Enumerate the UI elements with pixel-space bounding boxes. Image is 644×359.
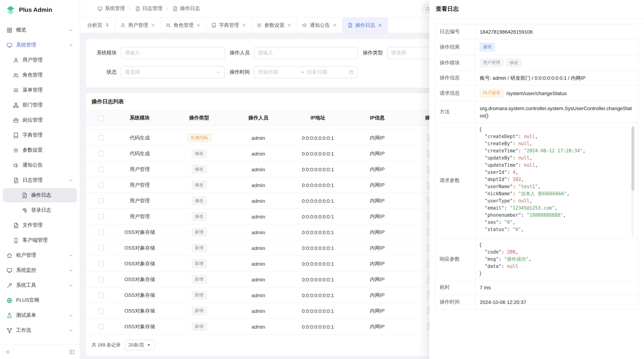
sidebar-item-system[interactable]: 系统管理	[3, 38, 77, 52]
tab-dict[interactable]: 字典管理	[206, 17, 252, 33]
sidebar-item-file[interactable]: 文件管理	[3, 218, 77, 232]
breadcrumb-item[interactable]: 日志管理	[135, 5, 162, 12]
drawer-row-value: PUT请求/system/user/changeStatus	[476, 85, 638, 101]
row-checkbox[interactable]	[98, 151, 104, 156]
tab-notice[interactable]: 通知公告	[297, 17, 342, 33]
row-checkbox[interactable]	[98, 293, 104, 298]
sidebar-item-log[interactable]: 日志管理	[3, 173, 77, 187]
tab-config[interactable]: 参数设置	[252, 17, 297, 33]
filter-label: 操作时间	[225, 69, 254, 75]
scrollbar-thumb[interactable]	[632, 127, 634, 191]
sidebar-item-monitor[interactable]: 系统监控	[3, 263, 77, 278]
close-icon[interactable]	[196, 23, 201, 27]
sidebar-item-tenant[interactable]: 租户管理	[3, 248, 77, 263]
cell-ip: 0:0:0:0:0:0:0:1	[288, 151, 348, 156]
page-size-select[interactable]: 20条/页	[125, 340, 155, 351]
cell-ip-info: 内网IP	[348, 166, 406, 173]
log-detail-drawer: 查看日志 日志编号1842781986426159106操作结果成功操作模块用户…	[429, 0, 644, 359]
close-icon[interactable]	[150, 23, 155, 27]
cell-ip-info: 内网IP	[348, 245, 406, 251]
drawer-row-value: { "createDept": null, "createBy": null, …	[476, 123, 638, 238]
pin-icon[interactable]	[105, 23, 110, 28]
sidebar-item-demo[interactable]: 测试菜单	[3, 308, 77, 323]
chevron-up-icon	[69, 178, 73, 183]
sidebar-item-notice[interactable]: 通知公告	[3, 158, 77, 172]
app-logo[interactable]: Plus Admin	[0, 0, 80, 20]
sidebar-item-overview[interactable]: 概览	[3, 23, 77, 37]
sidebar-item-menu[interactable]: 菜单管理	[3, 83, 77, 97]
input-placeholder: 请输入	[258, 50, 354, 56]
close-icon[interactable]	[378, 23, 382, 27]
operator-input[interactable]: 请输入	[254, 47, 358, 59]
drawer-row-7: 响应参数{ "code": 200, "msg": "操作成功", "data"…	[436, 239, 638, 280]
chevron-down-icon	[69, 268, 73, 273]
drawer-row-value: 2024-10-06 12:20:37	[476, 295, 638, 309]
row-checkbox[interactable]	[98, 308, 104, 314]
close-icon[interactable]	[332, 23, 337, 27]
cell-module: OSS对象存储	[110, 276, 169, 283]
select-all-checkbox[interactable]	[98, 115, 104, 121]
time-daterange[interactable]: 开始日期结束日期	[254, 66, 358, 78]
status-select[interactable]: 请选择	[121, 66, 225, 78]
tab-operlog[interactable]: 操作日志	[342, 17, 388, 33]
drawer-row-6: 请求参数{ "createDept": null, "createBy": nu…	[436, 123, 638, 239]
breadcrumb-label: 系统管理	[105, 5, 125, 12]
collapse-sidebar-icon[interactable]	[5, 349, 10, 355]
sidebar-item-label: 操作日志	[31, 192, 73, 198]
sidebar-item-role[interactable]: 角色管理	[3, 68, 77, 82]
column-header: 操作类型	[169, 115, 229, 121]
breadcrumb-item[interactable]: 操作日志	[172, 5, 200, 12]
row-checkbox[interactable]	[98, 324, 104, 329]
drawer-row-label: 耗时	[436, 280, 476, 295]
filter-operator: 操作人员请输入	[225, 47, 358, 59]
log-descriptions: 日志编号1842781986426159106操作结果成功操作模块用户管理修改操…	[435, 24, 638, 310]
layout-toggle-icon[interactable]	[70, 349, 75, 355]
sidebar-item-post[interactable]: 岗位管理	[3, 113, 77, 127]
menu-toggle-icon[interactable]	[86, 5, 92, 12]
sidebar-item-label: 系统管理	[16, 42, 65, 48]
row-checkbox[interactable]	[98, 182, 104, 188]
close-icon[interactable]	[287, 23, 292, 27]
sidebar-item-label: 用户管理	[22, 57, 73, 63]
row-checkbox[interactable]	[98, 167, 104, 172]
sidebar-item-website[interactable]: PLUS官网	[3, 293, 77, 308]
cell-ip-info: 内网IP	[348, 182, 406, 188]
close-icon[interactable]	[242, 23, 246, 27]
sidebar-item-dict[interactable]: 字典管理	[3, 128, 77, 142]
drawer-body: 日志编号1842781986426159106操作结果成功操作模块用户管理修改操…	[429, 18, 644, 359]
chevron-up-icon	[69, 43, 73, 47]
sidebar-item-config[interactable]: 参数设置	[3, 143, 77, 157]
tab-role[interactable]: 角色管理	[161, 17, 206, 33]
scrollbar-track	[632, 126, 634, 235]
sidebar-item-client[interactable]: 客户端管理	[3, 233, 77, 247]
cell-operator: admin	[229, 182, 288, 188]
row-checkbox[interactable]	[98, 277, 104, 282]
breadcrumb-item[interactable]: 系统管理	[97, 5, 125, 12]
row-checkbox[interactable]	[98, 135, 104, 140]
sidebar-item-tool[interactable]: 系统工具	[3, 278, 77, 293]
row-checkbox[interactable]	[98, 245, 104, 251]
drawer-row-label: 操作结果	[436, 39, 476, 55]
drawer-row-value: 用户管理修改	[476, 55, 638, 70]
value-text: 7 ms	[480, 284, 491, 291]
row-checkbox[interactable]	[98, 198, 104, 203]
drawer-row-value: 7 ms	[476, 280, 638, 295]
row-checkbox[interactable]	[98, 214, 104, 219]
drawer-row-label: 响应参数	[436, 239, 476, 280]
sidebar-item-dept[interactable]: 部门管理	[3, 98, 77, 112]
drawer-row-value: 成功	[476, 39, 638, 55]
row-checkbox[interactable]	[98, 230, 104, 235]
cell-ip: 0:0:0:0:0:0:0:1	[288, 166, 348, 172]
sidebar-item-loginlog[interactable]: 登录日志	[3, 203, 77, 217]
tab-analysis[interactable]: 分析页	[82, 17, 115, 33]
action-tag: 新增	[192, 244, 206, 252]
sidebar-item-workflow[interactable]: 工作流	[3, 323, 77, 338]
module-input[interactable]: 请输入	[121, 47, 225, 59]
row-checkbox[interactable]	[98, 261, 104, 266]
sidebar-item-user[interactable]: 用户管理	[3, 53, 77, 67]
close-icon[interactable]	[632, 6, 638, 12]
tab-user[interactable]: 用户管理	[115, 17, 161, 33]
sidebar-item-operlog[interactable]: 操作日志	[3, 188, 77, 202]
action-tag: 修改	[192, 149, 206, 158]
tab-label: 参数设置	[264, 22, 284, 28]
